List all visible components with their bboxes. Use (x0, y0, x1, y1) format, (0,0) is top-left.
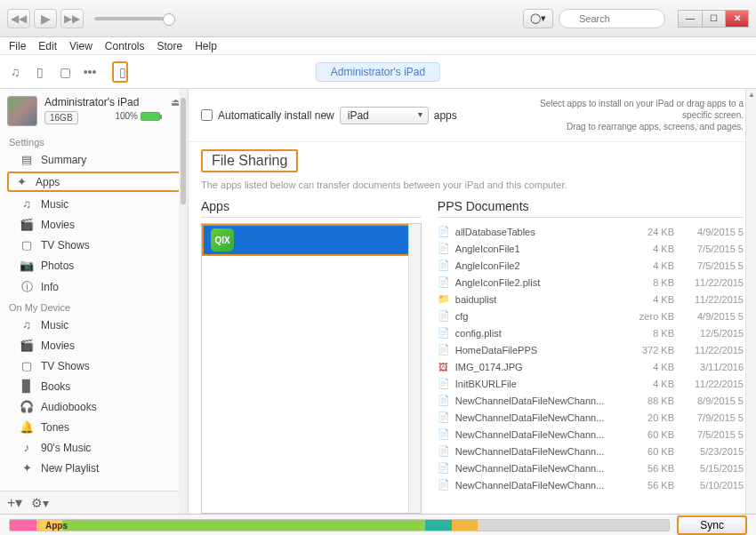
sidebar-item-icon: ♫ (20, 197, 34, 211)
account-button[interactable]: ◯▾ (523, 9, 553, 28)
prev-button[interactable]: ◀◀ (7, 9, 30, 28)
sidebar-item-icon: ✦ (20, 461, 34, 475)
file-date: 3/11/2016 (680, 362, 744, 372)
file-icon: 📁 (438, 293, 450, 305)
file-size: 56 KB (628, 463, 674, 474)
tv-tab-icon[interactable]: ▢ (57, 65, 73, 79)
sidebar-scrollbar[interactable] (179, 89, 188, 514)
auto-install-checkbox[interactable] (201, 109, 213, 121)
file-icon: 📄 (438, 462, 450, 474)
doc-row[interactable]: 📄cfgzero KB4/9/2015 5 (438, 307, 744, 324)
doc-row[interactable]: 📄AngleIconFile2.plist8 KB11/22/2015 (438, 274, 744, 291)
menu-controls[interactable]: Controls (105, 40, 145, 52)
top-toolbar: ◀◀ ▶ ▶▶ ◯▾ — ☐ ✕ (0, 0, 756, 37)
sidebar-item-icon: 📷 (20, 259, 34, 272)
file-date: 7/5/2015 5 (680, 260, 744, 271)
menu-view[interactable]: View (69, 40, 92, 52)
file-size: 4 KB (628, 260, 674, 271)
apps-scrollbar[interactable] (408, 224, 421, 513)
library-bar: ♫ ▯ ▢ ••• ▯ Administrator's iPad (0, 55, 756, 89)
sidebar-item-icon: 🎬 (20, 339, 34, 352)
minimize-button[interactable]: — (679, 11, 702, 27)
volume-slider[interactable] (94, 17, 170, 20)
device-pill[interactable]: Administrator's iPad (316, 62, 440, 82)
doc-row[interactable]: 📄NewChannelDataFileNewChann...20 KB7/9/2… (438, 409, 744, 426)
next-button[interactable]: ▶▶ (60, 9, 84, 28)
sidebar-item-label: Photos (41, 260, 74, 272)
doc-row[interactable]: 📄InitBKURLFile4 KB11/22/2015 (438, 375, 744, 392)
sidebar-item-label: Apps (36, 176, 60, 188)
doc-row[interactable]: 📄allDatabaseTables24 KB4/9/2015 5 (438, 223, 744, 240)
sidebar-item-movies[interactable]: 🎬Movies (0, 214, 188, 235)
file-name: AngleIconFile2.plist (455, 277, 623, 288)
sidebar-item-movies[interactable]: 🎬Movies (0, 335, 188, 355)
sidebar-item-icon: ✦ (14, 175, 28, 188)
doc-row[interactable]: 📄NewChannelDataFileNewChann...60 KB7/5/2… (438, 426, 744, 443)
doc-row[interactable]: 📄NewChannelDataFileNewChann...56 KB5/15/… (438, 459, 744, 476)
file-name: allDatabaseTables (455, 227, 623, 237)
sidebar-item-info[interactable]: ⓘInfo (0, 275, 188, 299)
sidebar-item-apps[interactable]: ✦Apps (7, 172, 181, 192)
menu-file[interactable]: File (9, 40, 26, 52)
sidebar-item-audiobooks[interactable]: 🎧Audiobooks (0, 396, 188, 417)
doc-row[interactable]: 📁baiduplist4 KB11/22/2015 (438, 291, 744, 307)
content-scrollbar[interactable] (745, 89, 756, 514)
file-name: NewChannelDataFileNewChann... (455, 429, 623, 440)
settings-gear-icon[interactable]: ⚙▾ (31, 496, 49, 510)
play-button[interactable]: ▶ (34, 9, 57, 28)
file-name: NewChannelDataFileNewChann... (455, 463, 623, 474)
menu-store[interactable]: Store (157, 40, 183, 52)
file-date: 7/5/2015 5 (680, 244, 744, 254)
file-date: 5/15/2015 (680, 463, 744, 474)
sidebar-item-label: Books (41, 380, 70, 393)
doc-row[interactable]: 📄NewChannelDataFileNewChann...56 KB5/10/… (438, 476, 744, 493)
device-thumb-icon (7, 96, 37, 126)
docs-column-header: PPS Documents (438, 199, 744, 218)
doc-row[interactable]: 📄AngleIconFile24 KB7/5/2015 5 (438, 257, 744, 274)
file-date: 4/9/2015 5 (680, 227, 744, 237)
close-button[interactable]: ✕ (725, 11, 748, 27)
file-name: InitBKURLFile (455, 379, 623, 389)
device-capacity: 16GB (44, 111, 78, 124)
doc-row[interactable]: 📄config.plist8 KB12/5/2015 (438, 324, 744, 341)
doc-row[interactable]: 📄AngleIconFile14 KB7/5/2015 5 (438, 240, 744, 257)
doc-row[interactable]: 📄NewChannelDataFileNewChann...88 KB8/9/2… (438, 392, 744, 409)
sidebar-item-tv-shows[interactable]: ▢TV Shows (0, 355, 188, 376)
sidebar-item-tones[interactable]: 🔔Tones (0, 417, 188, 437)
add-button[interactable]: +▾ (7, 494, 22, 511)
menu-edit[interactable]: Edit (38, 40, 57, 52)
sidebar-item-tv-shows[interactable]: ▢TV Shows (0, 235, 188, 255)
menu-help[interactable]: Help (195, 40, 217, 52)
file-date: 8/9/2015 5 (680, 395, 744, 406)
file-icon: 📄 (438, 260, 450, 271)
doc-row[interactable]: 📄NewChannelDataFileNewChann...60 KB5/23/… (438, 443, 744, 459)
sidebar-item-books[interactable]: ▉Books (0, 376, 188, 396)
sidebar-item-summary[interactable]: ▤Summary (0, 149, 188, 170)
documents-list[interactable]: 📄allDatabaseTables24 KB4/9/2015 5📄AngleI… (438, 223, 744, 514)
device-tab-icon[interactable]: ▯ (112, 61, 128, 83)
sync-button[interactable]: Sync (677, 515, 747, 535)
sidebar-item-music[interactable]: ♫Music (0, 315, 188, 335)
file-date: 5/10/2015 (680, 480, 744, 491)
music-tab-icon[interactable]: ♫ (7, 65, 23, 79)
doc-row[interactable]: 🖼IMG_0174.JPG4 KB3/11/2016 (438, 358, 744, 375)
storage-segment (425, 520, 452, 531)
doc-row[interactable]: 📄HomeDataFilePPS372 KB11/22/2015 (438, 341, 744, 358)
more-tab-icon[interactable]: ••• (82, 65, 98, 79)
menu-bar: FileEditViewControlsStoreHelp (0, 37, 756, 55)
app-row-selected[interactable]: QIX (202, 224, 421, 256)
sidebar-item-icon: 🔔 (20, 420, 34, 434)
file-date: 11/22/2015 (680, 345, 744, 355)
file-icon: 📄 (438, 428, 450, 440)
auto-install-combo[interactable]: iPad (340, 107, 429, 124)
search-input[interactable] (559, 9, 665, 28)
apps-list[interactable]: QIX (201, 223, 422, 514)
maximize-button[interactable]: ☐ (702, 11, 725, 27)
movies-tab-icon[interactable]: ▯ (32, 65, 48, 79)
sidebar-item-photos[interactable]: 📷Photos (0, 255, 188, 275)
sidebar-item-new-playlist[interactable]: ✦New Playlist (0, 458, 188, 478)
sidebar-item-music[interactable]: ♫Music (0, 194, 188, 214)
file-size: 88 KB (628, 395, 674, 406)
sidebar-item-icon: ♫ (20, 318, 34, 331)
sidebar-item-90-s-music[interactable]: ♪90's Music (0, 437, 188, 458)
